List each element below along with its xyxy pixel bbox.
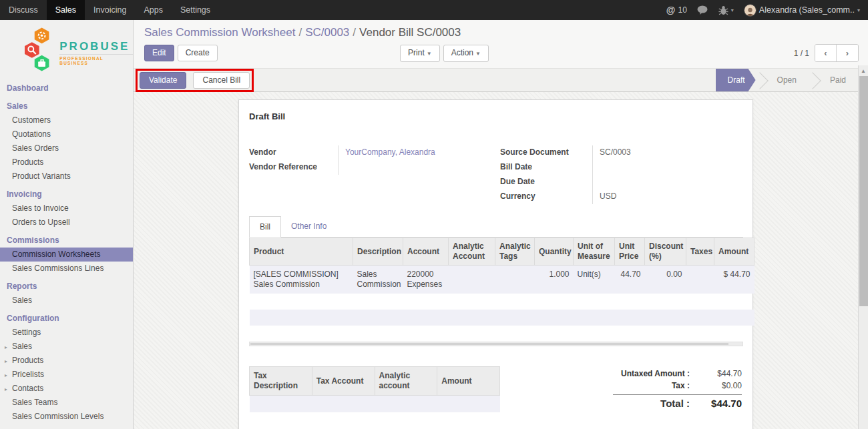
sidebar-item-quotations[interactable]: Quotations	[0, 127, 133, 141]
sidebar-item-contacts[interactable]: ▸Contacts	[0, 382, 133, 396]
nav-item-settings[interactable]: Settings	[172, 0, 219, 20]
bill-date-label: Bill Date	[500, 160, 592, 173]
cancel-bill-button[interactable]: Cancel Bill	[193, 72, 250, 89]
top-menu: Discuss Sales Invoicing Apps Settings	[0, 0, 219, 20]
sidebar-item-dashboard[interactable]: Dashboard	[0, 81, 133, 95]
sidebar-item-sales-commissions-lines[interactable]: Sales Commissions Lines	[0, 262, 133, 276]
status-step-open[interactable]: Open	[765, 69, 809, 91]
logo-texts: PROBUSE PROFESSIONAL BUSINESS	[59, 40, 133, 65]
totals-block: Untaxed Amount : $44.70 Tax : $0.00 Tota…	[581, 368, 743, 429]
untaxed-amount-row: Untaxed Amount : $44.70	[581, 368, 742, 380]
annotation-highlight-box: Validate Cancel Bill	[136, 69, 254, 92]
nav-item-discuss[interactable]: Discuss	[0, 0, 47, 20]
sidebar-item-pricelists[interactable]: ▸Pricelists	[0, 368, 133, 382]
chat-button[interactable]	[697, 5, 708, 15]
sidebar-item-sales-teams[interactable]: Sales Teams	[0, 396, 133, 410]
field-group-left: Vendor YourCompany, Alexandra Vendor Ref…	[249, 145, 492, 204]
bill-date-value	[592, 160, 743, 175]
sidebar-item-sales-orders[interactable]: Sales Orders	[0, 141, 133, 155]
form-statusbar: Validate Cancel Bill Draft Open Paid	[134, 68, 868, 92]
field-bill-date: Bill Date	[500, 160, 743, 175]
scroll-up-arrow-icon[interactable]: ▲	[859, 65, 868, 74]
tax-value: $0.00	[690, 381, 742, 390]
vendor-reference-label: Vendor Reference	[249, 160, 338, 173]
vertical-scrollbar[interactable]: ▲	[858, 65, 868, 429]
breadcrumb-worksheet-link[interactable]: Sales Commission Worksheet	[144, 26, 295, 39]
cell-quantity: 1.000	[535, 266, 574, 294]
sidebar-item-label: Products	[12, 356, 43, 365]
pager-next-button[interactable]: ›	[837, 45, 858, 61]
col-analytic-tags: Analytic Tags	[495, 238, 535, 266]
empty-row	[250, 396, 500, 412]
tax-table-header-row: Tax Description Tax Account Analytic acc…	[250, 367, 500, 396]
total-value: $44.70	[690, 398, 742, 409]
sidebar-section-reports[interactable]: Reports	[0, 280, 133, 294]
sidebar-item-config-products[interactable]: ▸Products	[0, 354, 133, 368]
col-unit-of-measure: Unit of Measure	[574, 238, 615, 266]
tab-other-info[interactable]: Other Info	[281, 216, 337, 237]
chevron-down-icon: ▼	[427, 51, 432, 57]
sidebar-item-config-sales[interactable]: ▸Sales	[0, 340, 133, 354]
sidebar-item-commission-worksheets[interactable]: Commission Worksheets	[0, 248, 133, 262]
table-row[interactable]: [SALES COMMISSION] Sales Commission Sale…	[250, 266, 754, 294]
field-source-document: Source Document SC/0003	[500, 145, 743, 160]
sidebar-section-invoicing[interactable]: Invoicing	[0, 187, 133, 201]
sidebar-section-configuration[interactable]: Configuration	[0, 312, 133, 326]
horizontal-scrollbar[interactable]	[249, 342, 743, 346]
pager-previous-button[interactable]: ‹	[815, 45, 837, 61]
bill-lines-table: Product Description Account Analytic Acc…	[249, 238, 754, 342]
cell-description: Sales Commission	[353, 266, 403, 294]
print-dropdown-button[interactable]: Print▼	[400, 45, 440, 62]
breadcrumb-sc0003-link[interactable]: SC/0003	[305, 26, 349, 39]
status-steps: Draft Open Paid	[716, 69, 858, 91]
scrollbar-thumb[interactable]	[250, 343, 728, 345]
user-menu-button[interactable]: Alexandra (Sales_comm.. ▾	[744, 4, 860, 17]
vendor-value-link[interactable]: YourCompany, Alexandra	[338, 145, 492, 160]
form-sheet: Draft Bill Vendor YourCompany, Alexandra…	[238, 99, 753, 429]
validate-button[interactable]: Validate	[140, 72, 186, 89]
sidebar-item-customers[interactable]: Customers	[0, 113, 133, 127]
create-button[interactable]: Create	[178, 45, 218, 61]
systray: @ 10 ▾	[666, 0, 868, 20]
empty-row	[250, 310, 754, 326]
sidebar-item-reports-sales[interactable]: Sales	[0, 294, 133, 308]
edit-button[interactable]: Edit	[144, 45, 174, 61]
bill-table-header-row: Product Description Account Analytic Acc…	[250, 238, 754, 266]
expand-arrow-icon: ▸	[5, 342, 7, 352]
sidebar-item-settings[interactable]: Settings	[0, 326, 133, 340]
col-tax-description: Tax Description	[250, 367, 312, 396]
sidebar-section-commissions[interactable]: Commissions	[0, 234, 133, 248]
col-taxes: Taxes	[686, 238, 714, 266]
sidebar-section-sales[interactable]: Sales	[0, 99, 133, 113]
action-dropdown-button[interactable]: Action▼	[443, 45, 489, 62]
tax-lines-table: Tax Description Tax Account Analytic acc…	[249, 366, 500, 429]
cell-account: 220000 Expenses	[403, 266, 449, 294]
status-step-paid[interactable]: Paid	[818, 69, 858, 91]
print-label: Print	[408, 48, 425, 57]
nav-item-invoicing[interactable]: Invoicing	[85, 0, 135, 20]
sidebar-item-sales-commission-levels[interactable]: Sales Commission Levels	[0, 410, 133, 424]
control-panel: Sales Commission Worksheet/SC/0003/Vendo…	[134, 20, 868, 68]
scrollbar-thumb[interactable]	[859, 76, 868, 306]
tax-table-wrap: Tax Description Tax Account Analytic acc…	[249, 366, 500, 429]
tab-bill[interactable]: Bill	[249, 216, 281, 238]
sidebar-item-products[interactable]: Products	[0, 155, 133, 169]
debug-menu-button[interactable]: ▾	[718, 5, 734, 15]
bug-icon	[718, 5, 728, 15]
nav-item-sales[interactable]: Sales	[47, 0, 85, 20]
sidebar-item-sales-to-invoice[interactable]: Sales to Invoice	[0, 201, 133, 216]
action-label: Action	[451, 48, 473, 57]
nav-item-apps[interactable]: Apps	[135, 0, 172, 20]
due-date-label: Due Date	[500, 175, 592, 188]
cell-analytic-tags	[495, 266, 535, 294]
logo-title: PROBUSE	[59, 40, 133, 55]
inbox-messages-button[interactable]: @ 10	[666, 5, 687, 15]
sidebar-item-orders-to-upsell[interactable]: Orders to Upsell	[0, 216, 133, 230]
chevron-right-icon	[756, 69, 765, 91]
sidebar-item-product-variants[interactable]: Product Variants	[0, 169, 133, 183]
source-document-label: Source Document	[500, 145, 592, 159]
chevron-down-icon: ▾	[731, 7, 734, 13]
main-content: Sales Commission Worksheet/SC/0003/Vendo…	[134, 20, 868, 429]
status-step-draft[interactable]: Draft	[716, 69, 756, 91]
col-tax-analytic-account: Analytic account	[375, 367, 437, 396]
